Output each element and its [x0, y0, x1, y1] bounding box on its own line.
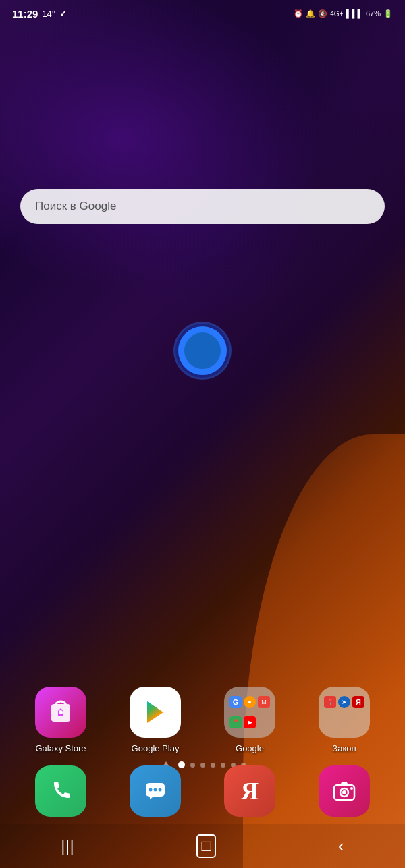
app-item-messages[interactable] — [118, 765, 192, 822]
svg-point-7 — [159, 788, 162, 792]
app-item-yandex[interactable]: Я — [213, 765, 287, 822]
svg-point-1 — [59, 710, 63, 714]
svg-point-5 — [149, 788, 153, 792]
signal-icon: ▌▌▌ — [346, 9, 363, 18]
svg-point-11 — [342, 790, 346, 794]
messages-icon — [130, 765, 181, 817]
app-item-phone[interactable] — [24, 765, 98, 822]
google-folder-label: Google — [236, 743, 264, 753]
app-dock: Galaxy Store Goo — [0, 687, 405, 760]
svg-point-12 — [350, 787, 353, 790]
bottom-dock: Я — [0, 765, 405, 822]
network-icon: 4G+ — [330, 10, 343, 18]
recent-apps-icon: ||| — [61, 838, 74, 855]
battery-text: 67% — [366, 9, 381, 18]
yandex-icon: Я — [224, 765, 275, 817]
app-item-google-play[interactable]: Google Play — [118, 687, 192, 753]
alarm-icon: ⏰ — [294, 9, 303, 18]
camera-icon — [319, 765, 370, 817]
galaxy-store-label: Galaxy Store — [35, 743, 86, 753]
check-icon: ✓ — [59, 9, 67, 19]
home-icon: □ — [196, 834, 216, 857]
search-bar[interactable]: Поиск в Google — [20, 189, 385, 224]
app-row-main: Galaxy Store Goo — [0, 687, 405, 753]
status-temp: 14° — [42, 9, 55, 19]
assistant-button[interactable] — [176, 324, 230, 378]
app-item-google-folder[interactable]: G ● M 📍 ▶ Google — [213, 687, 287, 753]
google-folder-icon: G ● M 📍 ▶ — [224, 687, 275, 738]
recent-apps-button[interactable]: ||| — [47, 831, 88, 862]
app-item-galaxy-store[interactable]: Galaxy Store — [24, 687, 98, 753]
nav-bar: ||| □ ‹ — [0, 824, 405, 868]
google-play-icon — [130, 687, 181, 738]
google-play-label: Google Play — [132, 743, 180, 753]
status-left: 11:29 14° ✓ — [12, 8, 67, 20]
phone-icon — [35, 765, 86, 817]
mute-icon: 🔇 — [318, 9, 327, 18]
zakon-folder-icon: 📍 ➤ Я — [319, 687, 370, 738]
status-right: ⏰ 🔔 🔇 4G+ ▌▌▌ 67% 🔋 — [294, 9, 393, 18]
status-time: 11:29 — [12, 8, 38, 20]
svg-point-6 — [154, 788, 157, 792]
zakon-folder-label: Закон — [332, 743, 356, 753]
search-placeholder: Поиск в Google — [35, 200, 116, 213]
back-button[interactable]: ‹ — [325, 829, 358, 863]
status-bar: 11:29 14° ✓ ⏰ 🔔 🔇 4G+ ▌▌▌ 67% 🔋 — [0, 0, 405, 27]
back-icon: ‹ — [338, 836, 344, 857]
galaxy-store-icon — [35, 687, 86, 738]
alert-icon: 🔔 — [306, 9, 315, 18]
app-item-zakon-folder[interactable]: 📍 ➤ Я Закон — [307, 687, 381, 753]
assistant-inner-circle — [184, 332, 221, 369]
home-button[interactable]: □ — [183, 828, 230, 864]
app-item-camera[interactable] — [307, 765, 381, 822]
battery-icon: 🔋 — [383, 9, 393, 18]
